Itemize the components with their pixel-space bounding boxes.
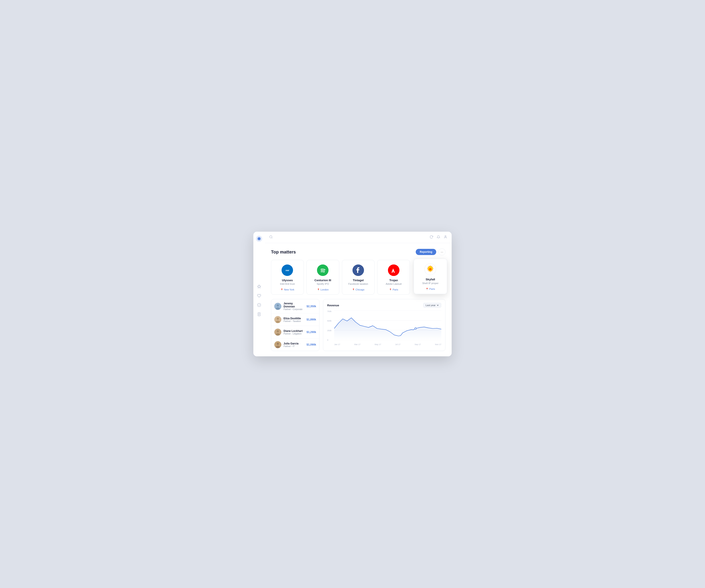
matter-logo-trojan (388, 264, 399, 276)
matter-location-centurion: 📍 London (317, 288, 329, 291)
matter-desc-tintagel: Facebook taxation (348, 283, 368, 285)
matter-card-tintagel[interactable]: Tintagel Facebook taxation 📍 Chicago (342, 260, 375, 295)
partner-avatar-jeremy (274, 303, 281, 310)
y-label-500: 500k (327, 320, 333, 322)
matter-desc-skyfall: Shell IP proper (422, 282, 439, 284)
matter-name-trojan: Trojan (389, 279, 398, 282)
matter-card-ulysses[interactable]: intel Ulysses Intel Anti trust 📍 New Yor… (271, 260, 304, 295)
y-label-750: 750k (327, 310, 333, 312)
partner-name-jeremy: Jeremy Donovan (284, 302, 304, 308)
x-label-mar: Mar 17 (354, 343, 361, 346)
svg-point-7 (270, 236, 272, 238)
matter-desc-centurion: Spotify IPO (317, 283, 329, 285)
matter-name-ulysses: Ulysses (282, 279, 293, 282)
svg-point-17 (277, 304, 279, 306)
matter-location-trojan: 📍 Paris (389, 288, 398, 291)
partner-avatar-eliza (274, 316, 281, 323)
notification-icon[interactable] (437, 235, 440, 240)
partner-role-eliza: Partner - Taxation (284, 320, 304, 323)
sidebar-check-icon[interactable] (257, 303, 261, 307)
partners-panel: Jeremy Donovan Partner - Corporate $2,35… (271, 299, 320, 351)
bottom-section: Jeremy Donovan Partner - Corporate $2,35… (271, 299, 445, 351)
svg-line-8 (272, 238, 272, 238)
svg-text:intel: intel (286, 270, 289, 272)
chart-y-labels: 750k 500k 250k 0 (327, 310, 333, 341)
revenue-chart-svg (334, 310, 441, 340)
partner-item-diane[interactable]: Diane Lockhart Partner - Litigation $1,2… (271, 326, 319, 339)
x-label-jul: Jul 17 (395, 343, 401, 346)
matter-desc-ulysses: Intel Anti trust (280, 283, 295, 285)
user-icon[interactable] (444, 235, 447, 240)
y-label-0: 0 (327, 339, 333, 341)
svg-point-9 (445, 236, 446, 237)
svg-point-26 (277, 343, 279, 345)
app-wrapper: Top matters Reporting ··· intel Uly (253, 232, 452, 356)
partner-amount-julia: $1,090k (307, 343, 316, 346)
partner-item-julia[interactable]: Julia Garcia Partner - IT $1,090k (271, 339, 319, 351)
matter-logo-ulysses: intel (282, 264, 293, 276)
revenue-title: Revenue (327, 304, 339, 307)
more-button[interactable]: ··· (438, 248, 445, 255)
chart-area: 750k 500k 250k 0 (327, 310, 441, 346)
partner-item-eliza[interactable]: Eliza Doolittle Partner - Taxation $1,89… (271, 313, 319, 326)
partner-role-diane: Partner - Litigation (284, 333, 304, 335)
partner-role-jeremy: Partner - Corporate (284, 308, 304, 310)
svg-marker-1 (257, 285, 261, 288)
partner-info-julia: Julia Garcia Partner - IT (284, 342, 304, 347)
matter-location-tintagel: 📍 Chicago (352, 288, 364, 291)
sidebar (253, 232, 265, 356)
matter-logo-centurion (317, 264, 328, 276)
chart-x-labels: Jan 17 Mar 17 May 17 Jul 17 Sep 17 Nov 1… (334, 343, 441, 346)
period-select[interactable]: Last year (423, 303, 441, 308)
partner-item-jeremy[interactable]: Jeremy Donovan Partner - Corporate $2,35… (271, 299, 319, 313)
page-title: Top matters (271, 249, 296, 255)
header-actions: Reporting ··· (416, 248, 445, 255)
period-label: Last year (426, 304, 435, 306)
matter-name-skyfall: Skyfall (426, 278, 435, 281)
content-area: Top matters Reporting ··· intel Uly (265, 243, 452, 356)
matter-desc-trojan: Adobe Lawsuit (386, 283, 402, 285)
partner-info-jeremy: Jeremy Donovan Partner - Corporate (284, 302, 304, 310)
svg-point-20 (277, 317, 279, 320)
matter-name-centurion: Centurion III (314, 279, 331, 282)
x-label-sep: Sep 17 (415, 343, 421, 346)
partner-amount-jeremy: $2,350k (307, 305, 316, 308)
search-icon[interactable] (269, 235, 273, 240)
location-pin-icon-4: 📍 (389, 289, 392, 291)
svg-point-12 (317, 264, 328, 276)
matter-name-tintagel: Tintagel (353, 279, 364, 282)
partner-role-julia: Partner - IT (284, 345, 304, 347)
partner-amount-diane: $1,290k (307, 331, 316, 334)
location-pin-icon-5: 📍 (426, 288, 428, 290)
partner-avatar-diane (274, 329, 281, 336)
y-label-250: 250k (327, 330, 333, 332)
revenue-panel: Revenue Last year 750k 500k 250k (323, 299, 445, 351)
matter-logo-tintagel (352, 264, 364, 276)
x-label-may: May 17 (375, 343, 381, 346)
sidebar-nav (257, 248, 261, 352)
sidebar-star-icon[interactable] (257, 284, 261, 289)
partner-amount-eliza: $1,890k (307, 318, 316, 321)
matter-card-skyfall[interactable]: Skyfall Shell IP proper 📍 Paris (414, 258, 447, 294)
partner-info-diane: Diane Lockhart Partner - Litigation (284, 330, 304, 335)
partner-name-diane: Diane Lockhart (284, 330, 304, 333)
partner-info-eliza: Eliza Doolittle Partner - Taxation (284, 317, 304, 323)
matters-row: intel Ulysses Intel Anti trust 📍 New Yor… (271, 260, 445, 295)
location-pin-icon-3: 📍 (352, 289, 355, 291)
topbar-icons (430, 235, 447, 240)
partner-name-eliza: Eliza Doolittle (284, 317, 304, 320)
location-pin-icon-2: 📍 (317, 289, 320, 291)
partner-name-julia: Julia Garcia (284, 342, 304, 345)
sidebar-heart-icon[interactable] (257, 294, 261, 298)
matter-card-centurion[interactable]: Centurion III Spotify IPO 📍 London (307, 260, 339, 295)
x-label-jan: Jan 17 (334, 343, 340, 346)
matter-card-trojan[interactable]: Trojan Adobe Lawsuit 📍 Paris (377, 260, 410, 295)
x-label-nov: Nov 17 (435, 343, 441, 346)
refresh-icon[interactable] (430, 235, 433, 240)
sidebar-file-icon[interactable] (257, 312, 261, 316)
app-logo[interactable] (256, 236, 262, 242)
svg-point-32 (415, 328, 416, 330)
chevron-down-icon (437, 304, 439, 306)
reporting-button[interactable]: Reporting (416, 249, 436, 255)
svg-point-23 (277, 330, 279, 332)
